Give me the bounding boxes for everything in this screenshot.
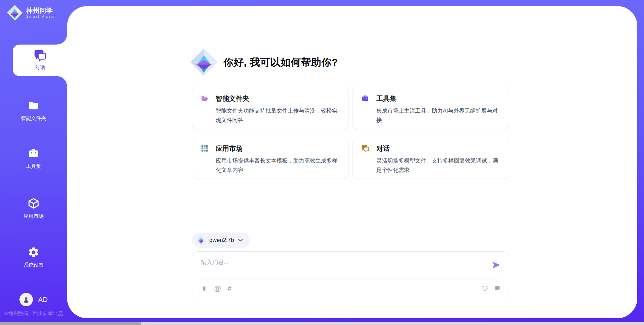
sidebar-footer: ©神州数码 · 神州问学出品 xyxy=(0,311,67,317)
brand-subtitle: Smart Vision xyxy=(26,14,56,19)
folder-open-icon xyxy=(200,94,209,103)
chat-bubble-icon[interactable] xyxy=(494,285,501,292)
attachment-icon[interactable] xyxy=(201,285,208,292)
brand-diamond-icon xyxy=(7,5,23,21)
toolbox-icon xyxy=(361,94,370,103)
person-icon xyxy=(22,296,30,304)
user-initials: AD xyxy=(38,296,48,304)
brand-name: 神州问学 xyxy=(26,7,56,14)
card-title: 应用市场 xyxy=(216,144,243,153)
sidebar-item-settings[interactable]: 系统设置 xyxy=(0,246,67,268)
topic-icon[interactable]: # xyxy=(227,285,231,292)
chat-icon xyxy=(361,144,370,152)
brand-diamond-icon xyxy=(190,48,218,76)
brand-text: 神州问学 Smart Vision xyxy=(26,7,56,19)
horizontal-scrollbar-thumb[interactable] xyxy=(0,322,141,325)
user-account[interactable]: AD xyxy=(19,293,48,306)
model-selector[interactable]: qwen2:7b xyxy=(192,233,250,248)
sidebar-item-label: 智能文件夹 xyxy=(0,115,67,122)
sidebar-item-label: 系统设置 xyxy=(0,262,67,268)
sidebar: 神州问学 Smart Vision 智能文件夹 工具集 应用市场 xyxy=(0,0,67,322)
card-description: 灵活切换多模型文件，支持多样回复效果调试，满足个性化需求 xyxy=(361,156,501,175)
card-description: 集成市场上主流工具，助力AI与外界无缝扩展与对接 xyxy=(361,106,501,125)
feature-cards: 智能文件夹 智能文件夹功能支持批量文件上传与清洗，轻松实现文件问答 工具集 集成… xyxy=(192,87,509,179)
brand-diamond-icon xyxy=(197,236,206,245)
sidebar-item-toolbox[interactable]: 工具集 xyxy=(0,147,67,170)
sidebar-item-smart-folder[interactable]: 智能文件夹 xyxy=(0,100,67,122)
model-selector-value: qwen2:7b xyxy=(209,237,234,244)
composer: @ # xyxy=(192,251,509,298)
greeting: 你好, 我可以如何帮助你? xyxy=(190,48,338,76)
grid-icon xyxy=(200,144,209,152)
send-icon[interactable] xyxy=(491,260,501,270)
card-title: 对话 xyxy=(376,144,390,153)
sidebar-item-label: 应用市场 xyxy=(0,213,67,219)
composer-right-tools xyxy=(482,285,501,292)
composer-tools: @ # xyxy=(201,285,231,292)
app-background: 对话 神州问学 Smart Vision 智能文件夹 xyxy=(0,0,644,322)
mention-icon[interactable]: @ xyxy=(214,285,221,292)
greeting-text: 你好, 我可以如何帮助你? xyxy=(223,56,338,69)
sidebar-item-label: 工具集 xyxy=(0,163,67,170)
sidebar-item-app-market[interactable]: 应用市场 xyxy=(0,197,67,219)
main-content: 你好, 我可以如何帮助你? 智能文件夹 智能文件夹功能支持批量文件上传与清洗，轻… xyxy=(192,0,509,322)
message-input[interactable] xyxy=(201,258,476,276)
composer-divider xyxy=(200,279,501,279)
card-title: 工具集 xyxy=(376,94,396,103)
history-icon[interactable] xyxy=(482,285,488,292)
app-logo: 神州问学 Smart Vision xyxy=(7,5,56,21)
folder-icon xyxy=(27,100,40,112)
toolbox-icon xyxy=(27,147,40,159)
gear-icon xyxy=(27,246,40,258)
card-toolbox[interactable]: 工具集 集成市场上主流工具，助力AI与外界无缝扩展与对接 xyxy=(353,87,509,129)
card-description: 应用市场提供丰富长文本模板，助力高效生成多样化文章内容 xyxy=(200,156,340,175)
card-app-market[interactable]: 应用市场 应用市场提供丰富长文本模板，助力高效生成多样化文章内容 xyxy=(192,137,348,179)
card-chat[interactable]: 对话 灵活切换多模型文件，支持多样回复效果调试，满足个性化需求 xyxy=(353,137,509,179)
chevron-down-icon xyxy=(238,239,243,242)
card-smart-folder[interactable]: 智能文件夹 智能文件夹功能支持批量文件上传与清洗，轻松实现文件问答 xyxy=(192,87,348,129)
avatar xyxy=(19,293,33,306)
card-description: 智能文件夹功能支持批量文件上传与清洗，轻松实现文件问答 xyxy=(200,106,340,125)
horizontal-scrollbar[interactable] xyxy=(0,322,644,325)
cube-icon xyxy=(27,197,40,209)
card-title: 智能文件夹 xyxy=(216,94,249,103)
